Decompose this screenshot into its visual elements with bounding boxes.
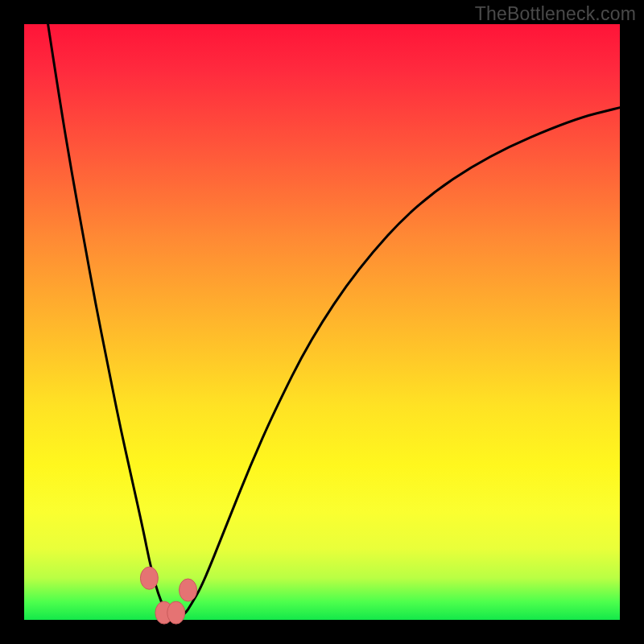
watermark-text: TheBottleneck.com <box>475 3 636 25</box>
chart-svg <box>24 24 620 620</box>
curve-marker <box>167 601 185 624</box>
curve-marker <box>140 567 158 589</box>
bottleneck-curve-path <box>48 24 620 617</box>
curve-marker <box>180 579 197 601</box>
marker-group <box>140 567 196 624</box>
chart-frame: TheBottleneck.com <box>0 0 644 644</box>
